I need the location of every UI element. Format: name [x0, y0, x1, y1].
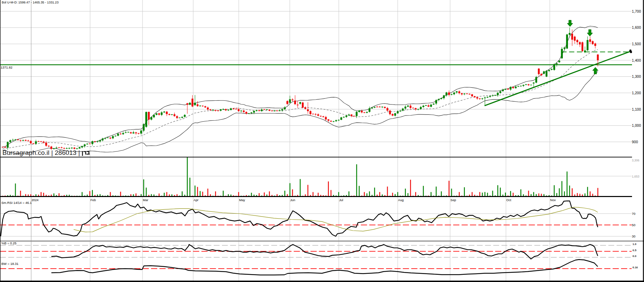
svg-text:1,600: 1,600: [632, 25, 641, 29]
svg-text:BW = 18.31: BW = 18.31: [1, 262, 18, 266]
svg-text:Feb: Feb: [90, 198, 96, 202]
svg-text:Nov: Nov: [550, 198, 556, 202]
svg-text:Bol U-M-D: 1599.47 - 1465.35 -: Bol U-M-D: 1599.47 - 1465.35 - 1331.23: [2, 1, 59, 4]
svg-text:Sm.RSI 14/14 = 46.1: Sm.RSI 14/14 = 46.1: [1, 201, 32, 205]
svg-text:%B = 0.25: %B = 0.25: [1, 241, 16, 245]
svg-text:3,306: 3,306: [632, 159, 640, 162]
svg-text:0.0: 0.0: [633, 255, 637, 258]
svg-text:Jul: Jul: [339, 198, 343, 202]
svg-text:1371.82: 1371.82: [1, 65, 12, 69]
svg-text:1.0: 1.0: [633, 243, 637, 246]
svg-text:1,200: 1,200: [632, 91, 641, 95]
svg-text:Bursagraph.co.il | 286013 |: Bursagraph.co.il | 286013 |: [2, 149, 80, 156]
svg-text:900: 900: [632, 140, 638, 144]
svg-text:1,100: 1,100: [632, 107, 641, 111]
svg-text:Sep: Sep: [450, 198, 456, 202]
svg-text:May: May: [239, 198, 245, 202]
svg-text:0.5: 0.5: [633, 249, 637, 252]
svg-text:1,653: 1,653: [632, 175, 640, 178]
svg-text:Oct: Oct: [506, 198, 511, 202]
svg-text:1,300: 1,300: [632, 74, 641, 78]
svg-text:1,700: 1,700: [632, 9, 641, 13]
svg-text:Apr: Apr: [194, 198, 198, 202]
svg-text:1,000: 1,000: [632, 123, 641, 127]
svg-text:Mar: Mar: [143, 198, 148, 202]
svg-text:50: 50: [632, 223, 635, 227]
svg-text:0.16: 0.16: [633, 266, 638, 269]
svg-text:Aug: Aug: [398, 198, 404, 202]
svg-text:Jun: Jun: [290, 198, 295, 202]
svg-text:30: 30: [632, 235, 635, 238]
svg-text:1,400: 1,400: [632, 58, 641, 62]
svg-text:1,500: 1,500: [632, 42, 641, 46]
svg-text:2024: 2024: [32, 198, 38, 202]
svg-text:70: 70: [632, 212, 635, 216]
